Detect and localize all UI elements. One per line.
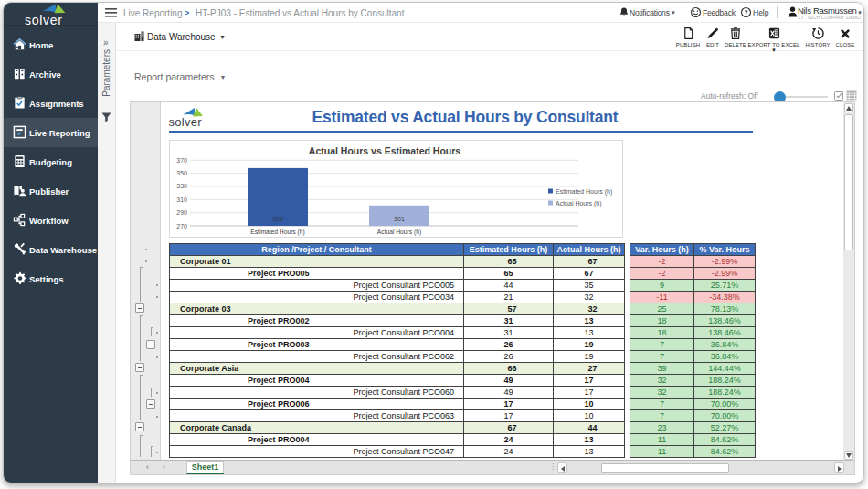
svg-text:330: 330	[176, 183, 187, 189]
svg-text:Estimated Hours (h): Estimated Hours (h)	[556, 188, 612, 196]
svg-text:Actual Hours (h): Actual Hours (h)	[377, 229, 421, 236]
svg-text:301: 301	[394, 216, 405, 222]
svg-text:350: 350	[176, 170, 187, 176]
svg-text:270: 270	[176, 223, 187, 229]
svg-text:?: ?	[744, 9, 747, 16]
svg-text:Actual Hours vs Estimated Hour: Actual Hours vs Estimated Hours	[309, 145, 460, 156]
svg-text:290: 290	[176, 209, 187, 216]
svg-text:Actual Hours (h): Actual Hours (h)	[556, 200, 602, 207]
svg-text:310: 310	[176, 197, 187, 203]
svg-text:370: 370	[176, 157, 187, 164]
svg-text:Estimated Hours (h): Estimated Hours (h)	[250, 229, 304, 236]
svg-text:358: 358	[272, 216, 283, 222]
